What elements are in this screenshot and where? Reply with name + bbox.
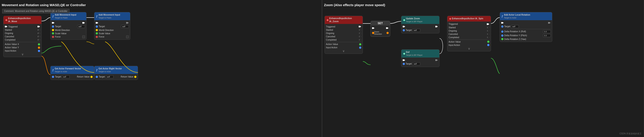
uz-target-row: Target — [403, 28, 438, 32]
am1-exec-row — [52, 21, 85, 25]
action-value-x-row: Action Value X — [5, 43, 40, 46]
add-actor-local-rotation-header: ƒ Add Actor Local Rotation Target is Act… — [500, 12, 552, 20]
gaf-target-row: Target Return Value — [52, 75, 93, 79]
enhanced-input-spin-header: ◆ EnhancedInputAction IA_Spin — [447, 16, 491, 22]
action-value-y-row: Action Value Y — [5, 46, 40, 49]
started-row: Started — [5, 28, 40, 32]
comment-box: Comment: Movement and Rotation using WAS… — [2, 9, 70, 13]
aalr-exec-row — [501, 21, 551, 25]
get-actor-right-header: ƒ Get Actor Right Vector Target is Actor — [94, 66, 138, 74]
spin-started-row: Started — [449, 26, 490, 29]
zoom-canceled-row: Canceled — [326, 35, 361, 38]
add-movement-2-header: ƒ Add Movement Input Target is Pawn — [94, 12, 130, 20]
aalr-delta-y-row: Delta Rotation Y (Pitch) — [501, 34, 551, 38]
zoom-started-row: Started — [326, 28, 361, 32]
dof-target-row: Target — [403, 62, 438, 66]
am2-exec-row — [96, 21, 129, 25]
update-zoom-header: ◆ Update Zoom Target is BP Player — [402, 16, 439, 24]
add-movement-2-node: ƒ Add Movement Input Target is Pawn — [94, 12, 130, 40]
update-zoom-node: ◆ Update Zoom Target is BP Player T — [401, 16, 440, 33]
dof-exec-row — [403, 58, 438, 62]
spin-action-value-row: Action Value — [449, 40, 490, 44]
zoom-triggered-row: Triggered — [326, 25, 361, 28]
spin-triggered-row: Triggered — [449, 22, 490, 26]
canceled-row: Canceled — [5, 35, 40, 38]
aalr-roll-input[interactable] — [543, 30, 551, 33]
aalr-delta-x-row: Delta Rotation X (Roll) — [501, 30, 551, 34]
aalr-target-input[interactable] — [511, 25, 519, 28]
spin-input-action-row: Input Action — [449, 44, 490, 47]
right-panel: Zoom (Also effects player move speed) ◆ … — [322, 0, 644, 137]
get-actor-forward-node: ƒ Get Actor Forward Vector Target is Act… — [50, 66, 94, 80]
left-panel: Movement and Rotation using WASD,QE or C… — [0, 0, 322, 137]
add-movement-1-header: ƒ Add Movement Input Target is Pawn — [50, 12, 86, 20]
aalr-target-row: Target — [501, 25, 551, 29]
spin-completed-row: Completed — [449, 36, 490, 39]
spin-canceled-row: Canceled — [449, 33, 490, 36]
aalr-delta-z-row: Delta Rotation Z (Yaw) — [501, 38, 551, 41]
get-actor-forward-header: ƒ Get Actor Forward Vector Target is Act… — [50, 66, 94, 74]
am2-scale-row: Scale Value — [96, 32, 129, 35]
get-actor-right-node: ƒ Get Actor Right Vector Target is Actor… — [94, 66, 138, 80]
spin-ongoing-row: Ongoing — [449, 29, 490, 33]
am1-force-row: Force — [52, 35, 85, 39]
enhanced-input-zoom-node: ◆ EnhancedInputAction IA_Zoom Triggered … — [324, 16, 363, 54]
am1-scale-row: Scale Value — [52, 32, 85, 35]
enhanced-input-spin-node: ◆ EnhancedInputAction IA_Spin Triggered … — [447, 16, 491, 51]
set-node: SET Zoom Direction — [370, 21, 390, 37]
triggered-row: Triggered — [5, 25, 40, 28]
input-action-row: Input Action — [5, 49, 40, 53]
am1-target-row: Target — [52, 25, 85, 29]
am2-world-dir-row: World Direction — [96, 29, 129, 32]
dof-header: ◆ Dof Target is BP Player — [402, 50, 439, 58]
add-actor-local-rotation-node: ƒ Add Actor Local Rotation Target is Act… — [500, 12, 552, 42]
add-movement-1-node: ƒ Add Movement Input Target is Pawn — [50, 12, 86, 40]
set-header: SET — [371, 21, 390, 26]
am2-force-row: Force — [96, 35, 129, 39]
am1-target-input[interactable] — [77, 25, 85, 28]
enhanced-input-zoom-header: ◆ EnhancedInputAction IA_Zoom — [325, 16, 362, 24]
enhanced-input-move-node: ◆ EnhancedInputAction IA_Move Triggered … — [3, 16, 42, 57]
left-connections — [0, 0, 322, 137]
am1-world-dir-row: World Direction — [52, 29, 85, 32]
completed-row: Completed — [5, 38, 40, 42]
uz-exec-row — [403, 25, 438, 28]
am2-target-input[interactable] — [121, 25, 129, 28]
zoom-ongoing-row: Ongoing — [326, 32, 361, 35]
gar-target-row: Target Return Value — [96, 75, 136, 79]
ongoing-row: Ongoing — [5, 32, 40, 35]
uz-target-input[interactable] — [412, 29, 420, 32]
dof-target-input[interactable] — [412, 62, 420, 65]
zoom-completed-row: Completed — [326, 38, 361, 42]
gaf-target-input[interactable] — [62, 75, 70, 78]
gar-target-input[interactable] — [106, 75, 114, 78]
watermark: CSDN·开发游戏的老王 — [620, 132, 642, 135]
dof-node: ◆ Dof Target is BP Player Target — [401, 49, 440, 67]
am2-target-row: Target — [96, 25, 129, 29]
zoom-action-value-row: Action Value — [326, 43, 361, 46]
enhanced-input-move-header: ◆ EnhancedInputAction IA_Move — [4, 16, 42, 24]
aalr-pitch-input[interactable] — [543, 34, 551, 37]
zoom-input-action-row: Input Action — [326, 46, 361, 49]
